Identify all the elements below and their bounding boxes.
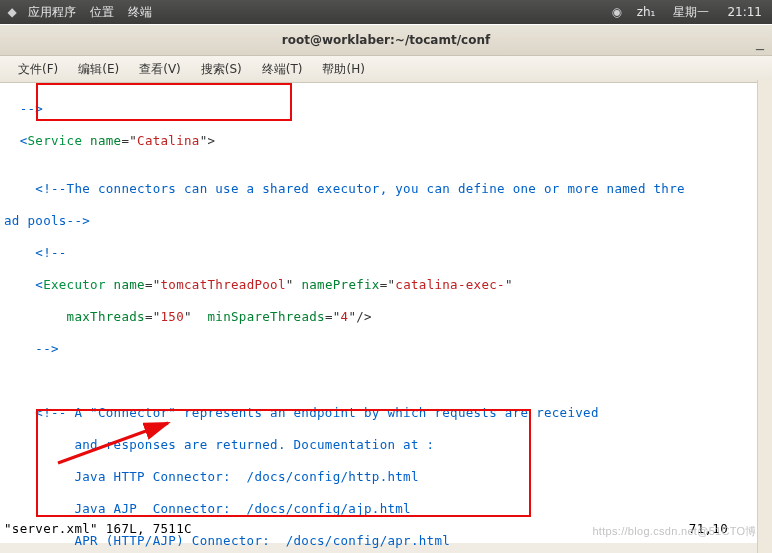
code-line: Java AJP Connector: /docs/config/ajp.htm…	[0, 501, 772, 517]
window-minimize-icon[interactable]: _	[756, 31, 764, 50]
window-title: root@worklaber:~/tocamt/conf	[0, 33, 772, 47]
watermark-text: https://blog.csdn.net@51CTO博客	[592, 523, 768, 539]
gnome-top-panel: ◆ 应用程序 位置 终端 ◉ zh₁ 星期一 21:11	[0, 0, 772, 24]
code-line: <!--The connectors can use a shared exec…	[0, 181, 772, 197]
code-line: <Service name="Catalina">	[0, 133, 772, 149]
menu-search[interactable]: 搜索(S)	[193, 58, 250, 81]
panel-time: 21:11	[721, 3, 768, 21]
code-line: and responses are returned. Documentatio…	[0, 437, 772, 453]
menu-help[interactable]: 帮助(H)	[314, 58, 372, 81]
gnome-foot-icon[interactable]: ◆	[4, 4, 20, 20]
code-line: ad pools-->	[0, 213, 772, 229]
code-line: -->	[0, 341, 772, 357]
code-line: maxThreads="150" minSpareThreads="4"/>	[0, 309, 772, 325]
accessibility-icon[interactable]: ◉	[609, 4, 625, 20]
vim-editor[interactable]: --> <Service name="Catalina"> <!--The co…	[0, 83, 772, 543]
menu-view[interactable]: 查看(V)	[131, 58, 189, 81]
panel-day: 星期一	[667, 2, 715, 23]
code-line: -->	[0, 101, 772, 117]
code-line: <!-- A "Connector" represents an endpoin…	[0, 405, 772, 421]
menu-bar: 文件(F) 编辑(E) 查看(V) 搜索(S) 终端(T) 帮助(H)	[0, 56, 772, 83]
panel-places[interactable]: 位置	[84, 2, 120, 23]
menu-file[interactable]: 文件(F)	[10, 58, 66, 81]
code-line: Java HTTP Connector: /docs/config/http.h…	[0, 469, 772, 485]
code-line: <Executor name="tomcatThreadPool" namePr…	[0, 277, 772, 293]
window-titlebar[interactable]: root@worklaber:~/tocamt/conf _	[0, 24, 772, 56]
panel-lang[interactable]: zh₁	[631, 3, 662, 21]
status-file-info: "server.xml" 167L, 7511C	[4, 521, 689, 537]
menu-edit[interactable]: 编辑(E)	[70, 58, 127, 81]
menu-terminal[interactable]: 终端(T)	[254, 58, 311, 81]
panel-terminal[interactable]: 终端	[122, 2, 158, 23]
terminal-window: root@worklaber:~/tocamt/conf _ 文件(F) 编辑(…	[0, 24, 772, 543]
code-line: <!--	[0, 245, 772, 261]
vertical-scrollbar[interactable]	[757, 80, 772, 553]
panel-apps[interactable]: 应用程序	[22, 2, 82, 23]
